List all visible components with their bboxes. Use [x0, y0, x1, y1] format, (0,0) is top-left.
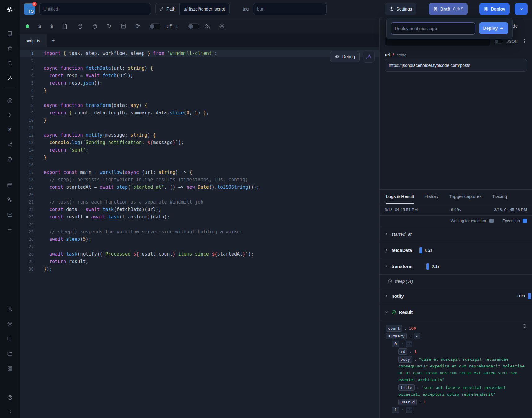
- editor-settings-icon[interactable]: [219, 24, 225, 29]
- code-line[interactable]: 11: [20, 124, 379, 131]
- result-row[interactable]: Result: [380, 304, 532, 320]
- json-key[interactable]: 0: [392, 341, 399, 347]
- json-key[interactable]: 1: [392, 407, 399, 413]
- code-line[interactable]: 2: [20, 57, 379, 64]
- code-line[interactable]: 15}: [20, 154, 379, 161]
- sidebar-item-runs[interactable]: [0, 108, 20, 122]
- code-line[interactable]: 20: [20, 191, 379, 198]
- refresh-icon[interactable]: ⟳: [135, 24, 140, 29]
- database-icon[interactable]: [121, 24, 126, 29]
- deploy-button[interactable]: Deploy: [479, 3, 510, 15]
- code-line[interactable]: 27: [20, 243, 379, 250]
- sidebar-item-assets[interactable]: [0, 152, 20, 167]
- sidebar-item-account[interactable]: [0, 301, 20, 316]
- variables-icon[interactable]: $: [38, 24, 41, 29]
- windmill-logo[interactable]: [0, 0, 20, 19]
- step-row-transform[interactable]: transform 0.1s: [380, 258, 532, 275]
- sidebar-item-triggers[interactable]: [0, 207, 20, 222]
- deploy-dropdown-button[interactable]: [515, 3, 528, 15]
- draft-button[interactable]: Draft Ctrl+S: [429, 3, 468, 15]
- code-line[interactable]: 29 return result;: [20, 258, 379, 265]
- step-row-started-at[interactable]: started_at: [380, 226, 532, 242]
- sidebar-item-home[interactable]: [0, 93, 20, 108]
- package-icon[interactable]: [77, 24, 83, 29]
- script-name-input[interactable]: [39, 3, 151, 15]
- tab-tracing[interactable]: Tracing: [492, 190, 507, 204]
- code-line[interactable]: 8async function transform(data: any) {: [20, 102, 379, 109]
- step-row-notify[interactable]: notify 0.2s: [380, 288, 532, 304]
- tab-history[interactable]: History: [424, 190, 438, 204]
- deployment-message-input[interactable]: [391, 22, 475, 35]
- popup-deploy-button[interactable]: Deploy ↵: [479, 22, 508, 34]
- json-key[interactable]: summary: [386, 333, 407, 339]
- dependencies-icon[interactable]: [92, 24, 98, 29]
- diff-toggle[interactable]: [149, 23, 161, 29]
- debug-button[interactable]: Debug: [330, 51, 360, 62]
- code-line[interactable]: 28 await task(notify)(`Processed ${resul…: [20, 250, 379, 258]
- secrets-icon[interactable]: $: [50, 24, 53, 29]
- json-key[interactable]: body: [398, 356, 412, 363]
- code-line[interactable]: 26 await sleep(5);: [20, 235, 379, 243]
- code-line[interactable]: 18 // step() persists lightweight inline…: [20, 176, 379, 183]
- file-tab[interactable]: script.ts: [20, 34, 47, 47]
- add-tab-button[interactable]: +: [47, 37, 60, 44]
- tag-input[interactable]: [253, 3, 327, 15]
- code-line[interactable]: 22 const data = await task(fetchData)(ur…: [20, 206, 379, 213]
- code-line[interactable]: 30});: [20, 265, 379, 273]
- json-key[interactable]: userId: [398, 399, 417, 405]
- multiplayer-toggle[interactable]: [188, 23, 199, 29]
- collapse-toggle[interactable]: -: [406, 407, 412, 413]
- code-line[interactable]: 10}: [20, 117, 379, 124]
- sidebar-item-folders[interactable]: [0, 346, 20, 361]
- json-toggle[interactable]: [494, 39, 503, 44]
- sidebar-item-variables[interactable]: $: [0, 122, 20, 137]
- code-line[interactable]: 5 return resp.json();: [20, 79, 379, 87]
- tab-trigger-captures[interactable]: Trigger captures: [449, 190, 481, 204]
- code-editor[interactable]: 1import { task, step, workflow, sleep } …: [20, 47, 379, 418]
- sidebar-item-docs[interactable]: [0, 26, 20, 41]
- code-line[interactable]: 23 const result = await task(transform)(…: [20, 213, 379, 221]
- sidebar-item-schedules[interactable]: [0, 178, 20, 192]
- code-line[interactable]: 25 // sleep() suspends the workflow serv…: [20, 228, 379, 235]
- sidebar-item-help[interactable]: [0, 391, 20, 404]
- search-result-icon[interactable]: [522, 323, 528, 329]
- sidebar-item-add[interactable]: [0, 222, 20, 237]
- sidebar-collapse[interactable]: [0, 404, 20, 418]
- plus-minus-icon[interactable]: ±: [175, 24, 178, 29]
- step-row-fetchdata[interactable]: fetchData 0.2s: [380, 242, 532, 258]
- code-line[interactable]: 14 return 'sent';: [20, 146, 379, 154]
- settings-button[interactable]: Settings: [385, 3, 416, 15]
- users-icon[interactable]: [204, 24, 210, 29]
- path-value[interactable]: u/rfiszel/tender_script: [179, 3, 229, 15]
- sidebar-item-settings[interactable]: [0, 316, 20, 331]
- json-key[interactable]: title: [398, 384, 415, 391]
- sidebar-item-workers[interactable]: [0, 331, 20, 346]
- code-line[interactable]: 4 const resp = await fetch(url);: [20, 72, 379, 79]
- code-line[interactable]: 12async function notify(message: string)…: [20, 131, 379, 139]
- path-edit-button[interactable]: Path: [156, 3, 179, 15]
- sidebar-item-apps[interactable]: [0, 361, 20, 376]
- code-line[interactable]: 9 return { count: data.length, summary: …: [20, 109, 379, 117]
- kebab-menu-button[interactable]: [521, 38, 527, 44]
- code-line[interactable]: 21 // task() runs each function as a sep…: [20, 198, 379, 206]
- collapse-toggle[interactable]: -: [414, 333, 420, 339]
- json-key[interactable]: id: [398, 348, 407, 355]
- sidebar-item-flows[interactable]: [0, 192, 20, 207]
- code-line[interactable]: 19 const startedAt = await step('started…: [20, 183, 379, 191]
- script-doc-icon[interactable]: [62, 24, 68, 29]
- code-line[interactable]: 24: [20, 221, 379, 228]
- ai-assistant-button[interactable]: [363, 51, 375, 63]
- url-input[interactable]: [385, 59, 527, 72]
- code-line[interactable]: 16: [20, 161, 379, 169]
- code-line[interactable]: 17export const main = workflow(async (ur…: [20, 169, 379, 176]
- collapse-toggle[interactable]: -: [406, 341, 412, 347]
- code-line[interactable]: 1import { task, step, workflow, sleep } …: [20, 50, 379, 57]
- code-line[interactable]: 3async function fetchData(url: string) {: [20, 64, 379, 72]
- rotate-icon[interactable]: ↻: [107, 24, 111, 29]
- sidebar-item-ai[interactable]: [0, 71, 20, 86]
- code-line[interactable]: 13 console.log(`Sending notification: ${…: [20, 139, 379, 146]
- sidebar-item-search[interactable]: [0, 56, 20, 71]
- sidebar-item-resources[interactable]: [0, 137, 20, 152]
- tab-logs-result[interactable]: Logs & Result: [386, 190, 414, 204]
- json-key[interactable]: count: [386, 325, 402, 332]
